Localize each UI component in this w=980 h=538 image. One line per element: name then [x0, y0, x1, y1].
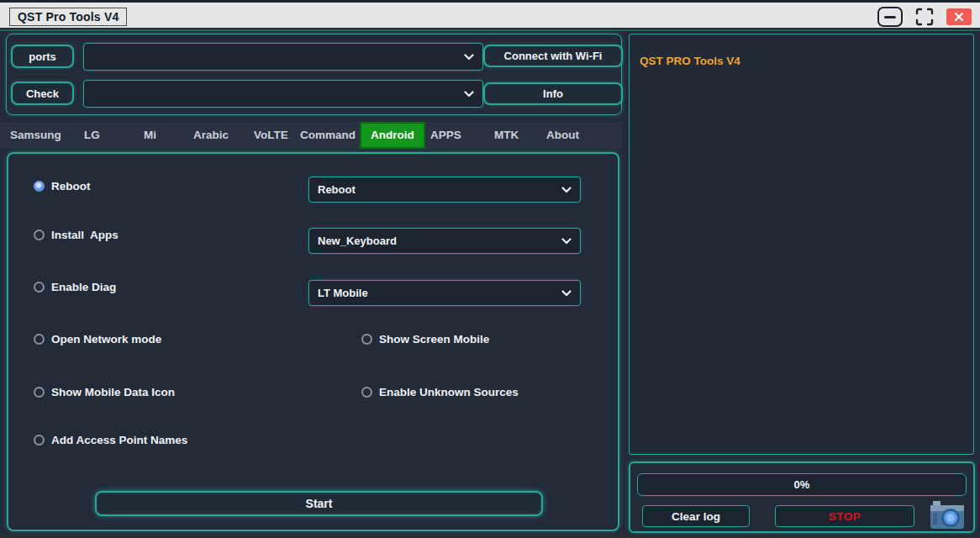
option-reboot[interactable]: Reboot — [34, 179, 91, 193]
titlebar: QST Pro Tools V4 — [0, 0, 980, 28]
tab-lg[interactable]: LG — [84, 122, 100, 149]
radio-icon — [34, 229, 45, 240]
option-enable-diag[interactable]: Enable Diag — [34, 280, 116, 293]
progress-group: 0% Clear log STOP — [629, 462, 975, 533]
window-bottom-edge — [0, 535, 980, 538]
window-title: QST Pro Tools V4 — [9, 8, 127, 26]
option-show-screen-mobile[interactable]: Show Screen Mobile — [361, 332, 489, 345]
chevron-down-icon — [561, 238, 572, 245]
ports-button[interactable]: ports — [11, 45, 74, 68]
radio-icon — [34, 282, 45, 293]
progress-bar: 0% — [637, 473, 967, 496]
clear-log-button[interactable]: Clear log — [642, 505, 750, 527]
close-icon — [954, 12, 964, 22]
tab-samsung[interactable]: Samsung — [10, 122, 61, 149]
radio-icon — [361, 387, 372, 398]
maximize-icon[interactable] — [914, 7, 935, 27]
option-open-network-mode[interactable]: Open Network mode — [34, 332, 161, 345]
info-button[interactable]: Info — [483, 82, 623, 105]
option-install-apps[interactable]: Install Apps — [34, 228, 119, 241]
window-border-strip — [0, 28, 980, 32]
diag-carrier-select[interactable]: LT Mobile — [308, 280, 581, 306]
model-select[interactable] — [83, 80, 483, 108]
reboot-mode-select[interactable]: Reboot — [308, 177, 581, 203]
minimize-button[interactable] — [877, 7, 903, 27]
tab-apps[interactable]: APPS — [430, 122, 461, 149]
stop-button[interactable]: STOP — [775, 505, 914, 527]
tab-android[interactable]: Android — [360, 122, 425, 149]
chevron-down-icon — [561, 290, 572, 297]
option-add-apn[interactable]: Add Access Point Names — [34, 433, 187, 446]
tab-bar: Samsung LG Mi Arabic VoLTE Command Andro… — [0, 122, 622, 149]
minimize-icon — [884, 16, 896, 18]
start-button[interactable]: Start — [95, 491, 543, 516]
radio-icon — [361, 334, 372, 345]
option-enable-unknown-sources[interactable]: Enable Unknown Sources — [361, 385, 519, 398]
connect-wifi-button[interactable]: Connect with Wi-Fi — [483, 45, 623, 67]
tab-about[interactable]: About — [546, 122, 579, 149]
tab-mtk[interactable]: MTK — [494, 122, 519, 149]
chevron-down-icon — [561, 187, 572, 193]
check-button[interactable]: Check — [11, 82, 74, 105]
radio-icon — [34, 387, 45, 398]
connection-group: ports Connect with Wi-Fi Check Info — [6, 34, 622, 115]
tab-mi[interactable]: Mi — [144, 122, 156, 149]
radio-icon — [34, 334, 45, 345]
camera-icon[interactable] — [930, 500, 965, 530]
android-panel: Reboot Reboot Install Apps New_Keyboard … — [7, 152, 619, 531]
port-select[interactable] — [83, 43, 483, 71]
radio-icon — [34, 435, 45, 446]
log-area[interactable]: QST PRO Tools V4 — [629, 34, 974, 455]
tab-command[interactable]: Command — [300, 122, 356, 149]
progress-value: 0% — [794, 478, 810, 491]
tab-volte[interactable]: VoLTE — [254, 122, 288, 149]
tab-arabic[interactable]: Arabic — [193, 122, 229, 149]
log-header: QST PRO Tools V4 — [640, 55, 740, 67]
chevron-down-icon — [464, 91, 474, 98]
app-window: QST Pro Tools V4 ports Connect with Wi-F… — [0, 0, 980, 538]
close-button[interactable] — [946, 8, 972, 25]
option-show-mobile-data-icon[interactable]: Show Mobile Data Icon — [34, 385, 175, 398]
install-app-select[interactable]: New_Keyboard — [308, 228, 581, 254]
chevron-down-icon — [464, 54, 474, 61]
radio-selected-icon — [34, 181, 45, 192]
